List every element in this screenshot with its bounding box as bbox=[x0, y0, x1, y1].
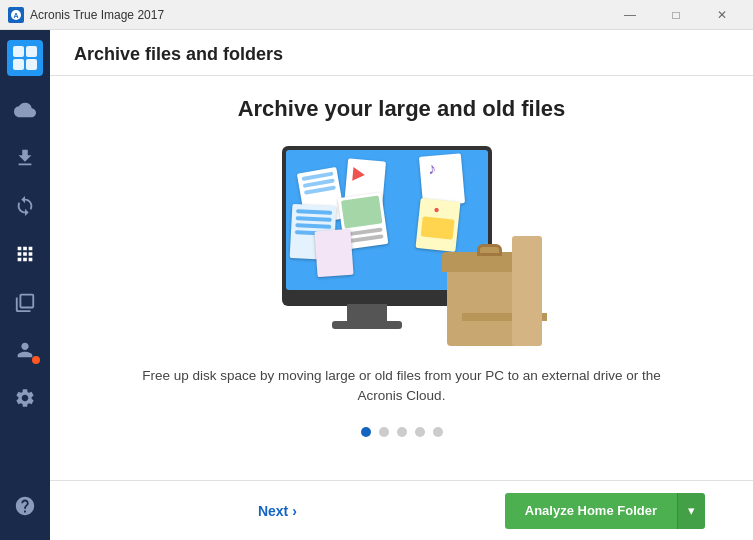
maximize-button[interactable]: □ bbox=[653, 0, 699, 30]
svg-text:A: A bbox=[13, 12, 18, 19]
hero-illustration bbox=[262, 146, 542, 346]
dot-3[interactable] bbox=[397, 427, 407, 437]
box-lid-handle bbox=[477, 244, 502, 256]
dot-4[interactable] bbox=[415, 427, 425, 437]
dot-2[interactable] bbox=[379, 427, 389, 437]
svg-rect-2 bbox=[13, 46, 24, 57]
bottom-right-actions: Analyze Home Folder ▾ bbox=[481, 493, 729, 529]
sidebar-item-settings[interactable] bbox=[2, 376, 48, 420]
next-button[interactable]: Next › bbox=[258, 503, 297, 519]
dots-navigation bbox=[361, 427, 443, 437]
dot-5[interactable] bbox=[433, 427, 443, 437]
sidebar-item-recovery[interactable] bbox=[2, 136, 48, 180]
box-tall bbox=[512, 236, 542, 346]
sidebar-item-sync[interactable] bbox=[2, 184, 48, 228]
description-text: Free up disk space by moving large or ol… bbox=[122, 366, 682, 407]
monitor-base bbox=[332, 321, 402, 329]
chevron-down-icon: ▾ bbox=[688, 503, 695, 518]
minimize-button[interactable]: — bbox=[607, 0, 653, 30]
page-title: Archive files and folders bbox=[74, 44, 283, 64]
content-area: Archive files and folders Archive your l… bbox=[50, 30, 753, 540]
analyze-home-folder-button[interactable]: Analyze Home Folder bbox=[505, 493, 677, 529]
next-chevron-icon: › bbox=[292, 503, 297, 519]
svg-rect-4 bbox=[13, 59, 24, 70]
app-title: Acronis True Image 2017 bbox=[30, 8, 607, 22]
main-content: Archive your large and old files bbox=[50, 76, 753, 480]
app-icon: A bbox=[8, 7, 24, 23]
sidebar-item-tools[interactable] bbox=[2, 232, 48, 276]
analyze-btn-group: Analyze Home Folder ▾ bbox=[505, 493, 705, 529]
bottom-bar: Next › Analyze Home Folder ▾ bbox=[50, 480, 753, 540]
svg-rect-3 bbox=[26, 46, 37, 57]
svg-rect-5 bbox=[26, 59, 37, 70]
sidebar-item-clone[interactable] bbox=[2, 280, 48, 324]
dot-1[interactable] bbox=[361, 427, 371, 437]
close-button[interactable]: ✕ bbox=[699, 0, 745, 30]
title-bar: A Acronis True Image 2017 — □ ✕ bbox=[0, 0, 753, 30]
window-controls: — □ ✕ bbox=[607, 0, 745, 30]
archive-box bbox=[432, 226, 542, 346]
app-body: Archive files and folders Archive your l… bbox=[0, 30, 753, 540]
sidebar-logo bbox=[7, 40, 43, 76]
analyze-dropdown-button[interactable]: ▾ bbox=[677, 493, 705, 529]
sidebar-item-account[interactable] bbox=[2, 328, 48, 372]
sidebar bbox=[0, 30, 50, 540]
content-header: Archive files and folders bbox=[50, 30, 753, 76]
file-doc-7 bbox=[314, 229, 353, 277]
sidebar-item-backup[interactable] bbox=[2, 88, 48, 132]
hero-title: Archive your large and old files bbox=[238, 96, 566, 122]
sidebar-item-help[interactable] bbox=[2, 484, 48, 528]
